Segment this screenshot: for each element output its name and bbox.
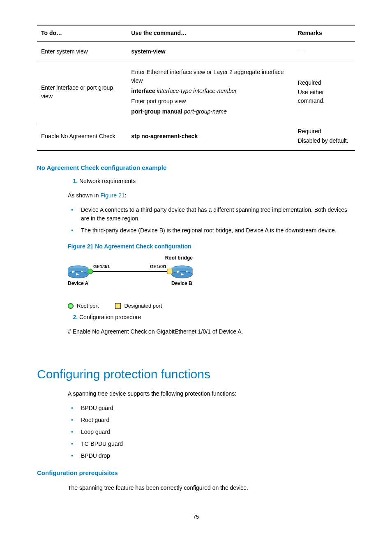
command-table: To do… Use the command… Remarks Enter sy… [37,25,355,151]
text: : [125,192,127,199]
device-label: Device A [68,280,88,287]
page-heading: Configuring protection functions [37,365,355,383]
figure-link[interactable]: Figure 21 [100,192,125,199]
table-cell: Enter system view [37,41,127,62]
list-item: Root guard [79,416,355,424]
paragraph: A spanning tree device supports the foll… [68,389,355,398]
table-row: Enable No Agreement Checkstp no-agreemen… [37,122,355,151]
device-label: Device B [171,280,192,287]
svg-rect-8 [167,269,172,274]
table-header: Use the command… [127,25,293,41]
legend-label: Root port [77,303,99,309]
figure-caption: Figure 21 No Agreement Check configurati… [68,242,355,251]
table-cell: stp no-agreement-check [127,122,293,151]
table-row: Enter interface or port group viewEnter … [37,62,355,122]
table-cell: Enter Ethernet interface view or Layer 2… [127,62,293,122]
list-item: Device A connects to a third-party devic… [79,206,355,223]
paragraph: As shown in Figure 21: [68,191,355,200]
list-item: BPDU drop [79,452,355,460]
table-header: To do… [37,25,127,41]
list-item: The third-party device (Device B) is the… [79,226,355,235]
figure-legend: Root port Designated port [68,302,195,310]
paragraph: The spanning tree feature has been corre… [68,484,355,492]
page-number: 75 [37,513,355,521]
command-line: system-view [131,47,289,56]
numbered-list: Configuration procedure [68,313,355,322]
command-line: port-group manual port-group-name [131,107,289,116]
port-label: GE1/0/1 [150,263,166,270]
paragraph: # Enable No Agreement Check on GigabitEt… [68,327,355,336]
root-port-icon [68,303,74,309]
table-cell: RequiredDisabled by default. [294,122,355,151]
table-cell: — [294,41,355,62]
text: As shown in [68,192,100,199]
legend-item: Root port [68,302,99,310]
table-header: Remarks [294,25,355,41]
table-row: Enter system viewsystem-view— [37,41,355,62]
section-heading: No Agreement Check configuration example [37,163,355,173]
command-line: Enter Ethernet interface view or Layer 2… [131,68,289,85]
section-heading: Configuration prerequisites [37,468,355,478]
command-line: stp no-agreement-check [131,132,289,141]
command-line: interface interface-type interface-numbe… [131,87,289,95]
table-cell: Enter interface or port group view [37,62,127,122]
legend-label: Designated port [124,303,162,309]
table-cell: RequiredUse either command. [294,62,355,122]
legend-item: Designated port [115,302,162,310]
list-item: Configuration procedure [79,313,355,322]
port-label: GE1/0/1 [93,263,110,270]
bullet-list: Device A connects to a third-party devic… [68,206,355,235]
numbered-list: Network requirements [68,177,355,185]
command-line: Enter port group view [131,97,289,106]
network-diagram: Root bridge GE1/0/1 GE1/0/1 Device A Dev… [68,254,195,310]
table-cell: system-view [127,41,293,62]
list-item: Network requirements [79,177,355,185]
svg-point-7 [88,269,93,274]
bullet-list: BPDU guardRoot guardLoop guardTC-BPDU gu… [68,404,355,460]
root-bridge-label: Root bridge [68,254,193,262]
table-cell: Enable No Agreement Check [37,122,127,151]
list-item: Loop guard [79,428,355,436]
list-item: BPDU guard [79,404,355,412]
designated-port-icon [115,303,121,309]
list-item: TC-BPDU guard [79,440,355,448]
